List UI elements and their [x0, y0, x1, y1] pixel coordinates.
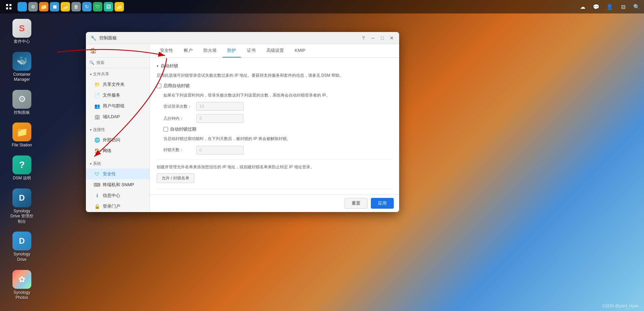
chevron-down-icon-system: ▾	[90, 162, 92, 166]
sidebar-item-label-security: 安全性	[103, 171, 116, 177]
content-area: ▾ 自动封锁 启用此选项可封锁登录尝试失败次数过多的 IP 地址。要获得支持服务…	[150, 58, 399, 194]
minutes-row: 几分钟内：	[163, 114, 392, 123]
sidebar-section-connectivity: ▾ 连接性 🌐 外部访问 🏠 网络	[86, 124, 150, 158]
sidebar-section-label-connectivity: 连接性	[93, 127, 105, 133]
allow-block-btn-container: 允许 / 封锁名单	[157, 173, 392, 183]
auto-expire-checkbox[interactable]	[163, 127, 168, 132]
folder-icon: 📁	[94, 81, 100, 88]
sidebar-item-label-network: 网络	[103, 148, 111, 154]
divider2	[157, 188, 392, 189]
sidebar-item-label-terminal-snmp: 终端机和 SNMP	[103, 182, 134, 188]
search-input[interactable]	[96, 60, 146, 65]
tab-firewall[interactable]: 防火墙	[199, 44, 221, 58]
window-maximize-button[interactable]: □	[379, 35, 386, 41]
apply-button[interactable]: 应用	[371, 198, 394, 209]
user-icon[interactable]: 👤	[605, 2, 614, 11]
window-help-button[interactable]: ?	[360, 35, 367, 41]
desktop-icon-file-station[interactable]: 📁 File Station	[7, 120, 37, 150]
expire-desc: 当启动封锁过期功能时，在下列天数后，被封锁的 IP 将会被解除封锁。	[163, 136, 392, 142]
taskbar-apps: 🌐 ⚙ 📁 ▦ 📂 🗑 ↻ 🛡 🖼 📁	[18, 2, 124, 11]
tab-account[interactable]: 帐户	[179, 44, 197, 58]
taskbar-app-folder1[interactable]: 📁	[39, 2, 49, 11]
desktop-icon-container-manager[interactable]: 🐳 Container Manager	[7, 50, 37, 84]
sidebar-item-domain-ldap[interactable]: 🏢 域/LDAP	[86, 111, 150, 122]
desktop-icon-synology-photos[interactable]: ✿ Synology Photos	[7, 268, 37, 303]
svg-rect-3	[9, 7, 11, 9]
taskbar-app-sync[interactable]: ↻	[82, 2, 92, 11]
chevron-down-icon-connectivity: ▾	[90, 128, 92, 132]
sidebar-section-file-sharing: ▾ 文件共享 📁 共享文件夹 📄 文件服务 👥 用户与群组	[86, 68, 150, 124]
desktop-icon-synology-drive[interactable]: D Synology Drive	[7, 230, 37, 264]
grid-button[interactable]	[3, 1, 15, 13]
sidebar-item-label-domain-ldap: 域/LDAP	[103, 114, 120, 120]
tab-advanced[interactable]: 高级设置	[262, 44, 289, 58]
block-days-row: 封锁天数：	[163, 146, 392, 154]
taskbar-app-security[interactable]: 🛡	[93, 2, 102, 11]
section-chevron-down: ▾	[157, 64, 159, 68]
search-icon[interactable]: 🔍	[632, 2, 641, 11]
enable-auto-lock-row: 启用自动封锁	[157, 83, 392, 89]
chat-icon[interactable]: 💬	[591, 2, 601, 11]
sidebar-item-network[interactable]: 🏠 网络	[86, 145, 150, 156]
minutes-input[interactable]	[196, 114, 244, 123]
sidebar-item-terminal-snmp[interactable]: ⌨ 终端机和 SNMP	[86, 179, 150, 190]
taskbar-app-browser[interactable]: 🌐	[18, 2, 27, 11]
login-attempts-label: 尝试登录次数：	[163, 104, 194, 109]
cloud-icon[interactable]: ☁	[578, 2, 587, 11]
enable-auto-lock-label: 启用自动封锁	[163, 83, 190, 89]
sidebar-item-file-service[interactable]: 📄 文件服务	[86, 90, 150, 101]
sidebar-item-shared-folder[interactable]: 📁 共享文件夹	[86, 79, 150, 90]
window-icon[interactable]: ⊟	[618, 2, 628, 11]
reset-button[interactable]: 重置	[345, 198, 367, 209]
synology-drive-label: Synology Drive	[9, 252, 35, 262]
taskbar-app-settings[interactable]: ⚙	[28, 2, 38, 11]
taskbar-right: ☁ 💬 👤 ⊟ 🔍	[578, 2, 641, 11]
block-days-input[interactable]	[196, 146, 244, 154]
sidebar-home-button[interactable]: 🏠	[86, 44, 150, 58]
taskbar-app-trash[interactable]: 🗑	[71, 2, 81, 11]
desktop-icon-control-panel[interactable]: ⚙ 控制面板	[7, 88, 37, 117]
tab-kmip[interactable]: KMIP	[290, 44, 310, 58]
sidebar-search[interactable]: 🔍	[86, 58, 150, 68]
auto-lock-sub-description: 如果在下列设置时间内，登录失败次数达到下列设置的次数，系统将会自动封锁登录者的 …	[163, 92, 392, 99]
desktop-icon-package-center[interactable]: S 套件中心	[7, 17, 37, 46]
svg-rect-2	[6, 7, 8, 9]
chevron-down-icon: ▾	[90, 72, 92, 76]
login-attempts-input[interactable]	[196, 102, 244, 111]
taskbar-app-app3[interactable]: ▦	[50, 2, 59, 11]
allow-block-button[interactable]: 允许 / 封锁名单	[157, 173, 194, 183]
sidebar-item-security[interactable]: 🛡 安全性	[86, 169, 150, 179]
sidebar-section-header-connectivity[interactable]: ▾ 连接性	[86, 125, 150, 135]
enable-auto-lock-checkbox[interactable]	[157, 83, 161, 88]
sidebar-item-external-access[interactable]: 🌐 外部访问	[86, 135, 150, 145]
sidebar-item-label-login-portal: 登录门户	[103, 203, 120, 209]
sidebar-item-label-external-access: 外部访问	[103, 137, 120, 143]
auto-lock-section-header[interactable]: ▾ 自动封锁	[157, 63, 392, 69]
taskbar-app-folder2[interactable]: 📂	[61, 2, 70, 11]
svg-rect-1	[9, 4, 11, 6]
auto-lock-section-title: 自动封锁	[161, 63, 178, 69]
sidebar-section-header-file-sharing[interactable]: ▾ 文件共享	[86, 69, 150, 79]
terminal-icon: ⌨	[94, 182, 100, 188]
dsm-help-icon: ?	[12, 156, 31, 174]
sidebar-item-label-user-group: 用户与群组	[103, 103, 125, 109]
sidebar-item-login-portal[interactable]: 🔒 登录门户	[86, 201, 150, 212]
window-minimize-button[interactable]: ─	[369, 35, 376, 41]
external-access-icon: 🌐	[94, 137, 100, 143]
desktop-icon-dsm-help[interactable]: ? DSM 说明	[7, 153, 37, 183]
sidebar-item-info-center[interactable]: ℹ 信息中心	[86, 190, 150, 201]
window-close-button[interactable]: ✕	[388, 35, 395, 41]
sidebar-section-header-system[interactable]: ▾ 系统	[86, 159, 150, 169]
tab-protection[interactable]: 防护	[223, 44, 241, 58]
synology-photos-label: Synology Photos	[9, 290, 35, 301]
taskbar-app-media[interactable]: 🖼	[104, 2, 113, 11]
control-panel-icon: ⚙	[12, 90, 31, 109]
synology-drive-ctrl-icon: D	[12, 188, 31, 207]
home-icon: 🏠	[90, 47, 97, 54]
tab-security[interactable]: 安全性	[155, 44, 178, 58]
desktop-icon-synology-drive-ctrl[interactable]: D Synology Drive 管理控制台	[7, 186, 37, 227]
sidebar-item-user-group[interactable]: 👥 用户与群组	[86, 101, 150, 111]
tab-certificate[interactable]: 证书	[242, 44, 260, 58]
taskbar-app-folder3[interactable]: 📁	[115, 2, 124, 11]
file-station-icon: 📁	[12, 123, 31, 141]
